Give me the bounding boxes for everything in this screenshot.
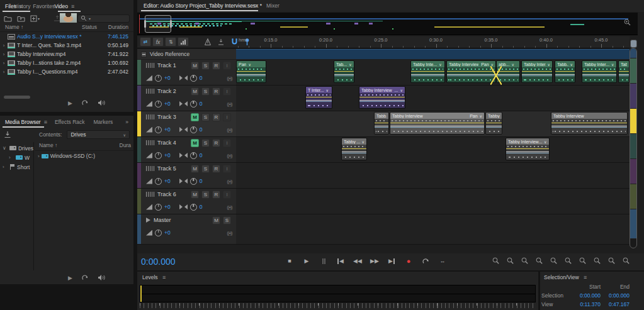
expand-chevron[interactable]: › <box>0 60 8 66</box>
time-display[interactable]: 0:00.000 <box>141 257 176 267</box>
clip-header[interactable]: Tabby InterviewPan∨ <box>447 61 495 67</box>
file-row[interactable]: ›Tabby I...stions take 2.mp41:00.692 <box>0 58 133 67</box>
clip-dropdown-icon[interactable]: ∨ <box>349 62 351 67</box>
volume-knob[interactable] <box>155 126 162 133</box>
track-header[interactable]: Track 1MSRI+00((•)) <box>141 60 236 85</box>
solo-button[interactable]: S <box>201 87 210 96</box>
audio-clip[interactable]: Tabby Inter...∨ <box>521 60 553 83</box>
play-button[interactable]: ▶ <box>302 256 311 266</box>
record-button[interactable]: ● <box>404 256 413 266</box>
pan-envelope[interactable] <box>555 75 575 76</box>
volume-envelope[interactable] <box>306 97 332 97</box>
pan-envelope[interactable] <box>359 101 405 102</box>
volume-envelope[interactable] <box>359 97 405 97</box>
move-tool-button[interactable]: ⇄ <box>140 37 151 47</box>
expand-chevron[interactable]: › <box>3 164 8 170</box>
slip-tool-button[interactable]: ⇄ <box>165 37 176 47</box>
volume-value[interactable]: +0 <box>164 204 171 210</box>
col-name[interactable]: Name ↑ <box>5 24 23 30</box>
track-header[interactable]: MasterMS+0((•)) <box>141 214 236 244</box>
mute-button[interactable]: M <box>212 216 220 224</box>
envelope-line[interactable] <box>447 74 495 75</box>
track-lane[interactable]: Tabb...Tabby InterviewPan∨Tabby ...Tabby… <box>236 111 630 136</box>
pan-value[interactable]: 0 <box>200 152 203 158</box>
video-reference-lane[interactable] <box>236 49 630 59</box>
files-hscrollbar[interactable] <box>4 96 30 99</box>
track-header[interactable]: Track 3MSRI+00((•)) <box>141 111 236 136</box>
solo-button[interactable]: S <box>201 191 210 199</box>
clip-dropdown-icon[interactable]: ∨ <box>512 62 514 67</box>
volume-envelope[interactable] <box>486 123 502 123</box>
timeline-hscroll-handle[interactable] <box>630 40 637 48</box>
volume-knob[interactable] <box>155 152 162 159</box>
punch-in-icon[interactable] <box>217 38 225 46</box>
clip-dropdown-icon[interactable]: ∨ <box>326 88 329 92</box>
expand-chevron[interactable]: › <box>0 69 8 75</box>
audio-clip[interactable]: Tabby Interview...∨ <box>506 138 550 160</box>
clip-header[interactable]: Tabby Inter...∨ <box>522 61 552 67</box>
clip-header[interactable]: Tabby Interview_...∨ <box>359 87 405 93</box>
timeline-navigator[interactable] <box>137 13 638 35</box>
monitor-input-button[interactable]: I <box>223 62 231 70</box>
clip-header[interactable]: Tabby ... <box>486 113 502 119</box>
arm-record-button[interactable]: R <box>212 62 220 70</box>
pan-envelope[interactable] <box>447 75 495 76</box>
pan-value[interactable]: 0 <box>200 178 203 184</box>
clip-dropdown-icon[interactable]: ∨ <box>439 62 441 67</box>
fast-forward-button[interactable]: ▶▶ <box>370 256 379 266</box>
selection-view-menu-icon[interactable]: ≡ <box>584 274 587 280</box>
expand-chevron[interactable]: › <box>0 43 8 48</box>
zoom-in-button[interactable] <box>492 257 500 265</box>
pan-envelope[interactable] <box>342 153 366 153</box>
solo-button[interactable]: S <box>223 216 231 224</box>
timeline-ruler[interactable]: hms 0:15.00:20.00:25.00:30.00:35.00:40.0… <box>236 36 630 48</box>
nav-handle-right[interactable] <box>170 20 172 28</box>
audio-clip[interactable]: abb...∨ <box>496 60 520 83</box>
clip-header[interactable]: Pan∨ <box>237 61 266 67</box>
clip-header[interactable]: Tab...∨ <box>334 61 354 67</box>
volume-envelope[interactable] <box>447 71 495 72</box>
tab-editor[interactable]: Editor: Audio Story Project_Tabby Interv… <box>144 3 262 9</box>
file-row[interactable]: ›T Inter... Ques. Take 3.mp40:50.149 <box>0 41 133 50</box>
media-list-row[interactable]: › Windows-SSD (C:) <box>35 151 133 161</box>
clip-header[interactable]: Tabb... <box>375 113 388 119</box>
import-file-icon[interactable] <box>17 15 25 22</box>
volume-value[interactable]: +0 <box>164 230 171 236</box>
volume-knob[interactable] <box>155 204 162 211</box>
pan-knob[interactable] <box>190 75 197 82</box>
solo-button[interactable]: S <box>201 113 210 121</box>
nav-playhead[interactable] <box>139 14 140 33</box>
monitor-input-button[interactable]: I <box>223 165 231 173</box>
clip-dropdown-icon[interactable]: ∨ <box>491 62 494 67</box>
volume-value[interactable]: +0 <box>164 101 171 107</box>
envelope-line[interactable] <box>375 126 388 126</box>
pause-button[interactable] <box>319 256 328 266</box>
pan-envelope[interactable] <box>506 153 549 153</box>
metronome-icon[interactable] <box>204 38 212 46</box>
fx-tool-button[interactable]: fx <box>152 37 164 47</box>
audio-clip[interactable]: Tabby ... <box>485 112 502 135</box>
mute-button[interactable]: M <box>191 113 199 121</box>
audio-clip[interactable]: T Inter...∨ <box>305 86 332 109</box>
pan-envelope[interactable] <box>551 127 627 128</box>
media-col-duration[interactable]: Dura <box>120 142 131 148</box>
loop-playback-button[interactable] <box>421 256 430 266</box>
volume-envelope[interactable] <box>619 71 629 72</box>
mute-button[interactable]: M <box>191 87 199 96</box>
track-lane[interactable]: T Inter...∨Tabby Interview_...∨ <box>236 86 630 111</box>
clip-header[interactable]: Tabby Inte...∨ <box>411 61 444 67</box>
volume-envelope[interactable] <box>334 71 354 72</box>
expand-chevron[interactable]: › <box>38 153 40 159</box>
tab-media-browser[interactable]: Media Browser <box>5 119 41 125</box>
envelope-line[interactable] <box>619 74 629 75</box>
track-header[interactable]: Track 5MSRI+00((•)) <box>141 163 236 188</box>
clip-header[interactable]: Tabby <box>619 61 629 67</box>
video-reference-header[interactable]: Video Reference <box>137 49 236 59</box>
envelope-line[interactable] <box>334 74 354 75</box>
track-header[interactable]: Track 2MSRI+00((•)) <box>141 86 236 111</box>
volume-envelope[interactable] <box>551 123 627 123</box>
media-loop-icon[interactable] <box>81 274 89 281</box>
monitor-input-button[interactable]: I <box>223 113 231 121</box>
metering-button[interactable] <box>178 37 189 47</box>
audio-clip[interactable]: Tabby <box>618 60 630 83</box>
